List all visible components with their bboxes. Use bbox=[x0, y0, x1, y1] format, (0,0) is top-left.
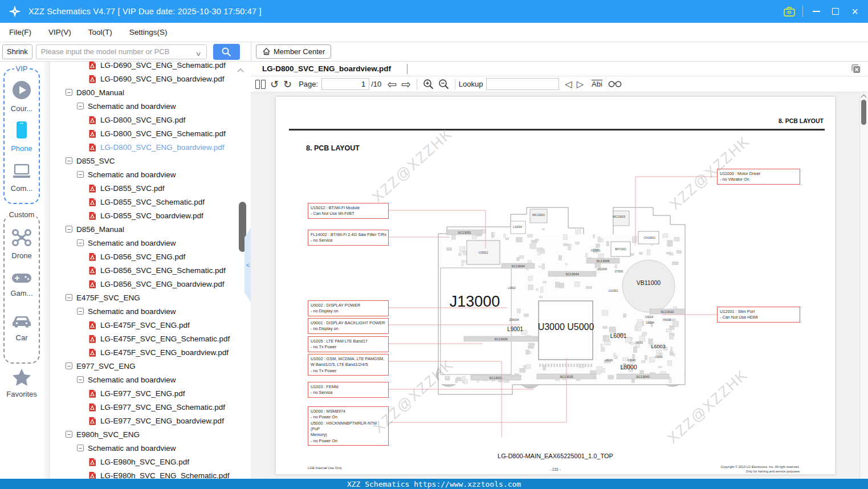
tree-file-row[interactable]: LG-E977_SVC_ENG.pdf bbox=[50, 386, 251, 400]
tree-file-row[interactable]: LG-E980h_SVC_ENG.pdf bbox=[50, 455, 251, 468]
collapse-minus-icon[interactable]: − bbox=[66, 431, 72, 438]
tree-item-label: LG-D800_SVC_ENG_boardview.pdf bbox=[100, 143, 225, 152]
page-number-input[interactable] bbox=[321, 78, 369, 90]
tree-file-row[interactable]: LG-E977_SVC_ENG_boardview.pdf bbox=[50, 414, 251, 427]
tab-active-document[interactable]: LG-D800_SVC_ENG_boardview.pdf bbox=[262, 62, 399, 76]
sidebar-item-cour[interactable]: Cour... bbox=[5, 80, 39, 113]
find-previous-icon[interactable]: ◁ bbox=[565, 79, 572, 89]
shrink-button[interactable]: Shrink bbox=[2, 44, 32, 59]
pdf-file-icon bbox=[88, 389, 96, 398]
file-tree-panel: LG-D690_SVC_ENG_Schematic.pdfLG-D690_SVC… bbox=[50, 62, 251, 479]
tree-folder-row[interactable]: −D855_SVC bbox=[50, 154, 251, 168]
sidebar-item-gam[interactable]: Gam... bbox=[5, 271, 39, 298]
lookup-input[interactable] bbox=[486, 78, 559, 90]
viewer-scrollbar[interactable] bbox=[859, 92, 868, 479]
model-search-input[interactable] bbox=[36, 44, 207, 59]
close-button[interactable]: × bbox=[845, 0, 865, 23]
tree-item-label: LG-E977_SVC_ENG_boardview.pdf bbox=[100, 417, 224, 425]
pdf-file-icon bbox=[88, 211, 96, 220]
collapse-minus-icon[interactable]: − bbox=[77, 445, 84, 451]
menu-item-settingss[interactable]: Settings(S) bbox=[129, 28, 168, 36]
collapse-minus-icon[interactable]: − bbox=[77, 376, 84, 383]
tree-folder-row[interactable]: −E475F_SVC_ENG bbox=[50, 291, 251, 304]
menu-item-vipv[interactable]: VIP(V) bbox=[48, 28, 71, 36]
collapse-minus-icon[interactable]: − bbox=[66, 294, 72, 301]
tree-file-row[interactable]: LG-D856_SVC_ENG_boardview.pdf bbox=[50, 277, 251, 291]
member-center-button[interactable]: Member Center bbox=[256, 44, 331, 59]
zoom-out-icon[interactable] bbox=[438, 79, 449, 89]
pdf-file-icon bbox=[88, 280, 96, 288]
match-case-icon[interactable]: Abi bbox=[592, 80, 602, 88]
tree-folder-row[interactable]: −Schematic and boardview bbox=[50, 304, 251, 318]
viewer-scroll-up-icon[interactable] bbox=[861, 95, 867, 100]
find-next-icon[interactable]: ▷ bbox=[577, 79, 584, 89]
pdf-viewer[interactable]: SC13051SC13004SC13044SC13005SC13009SC130… bbox=[251, 92, 868, 479]
sidebar-item-phone[interactable]: Phone bbox=[5, 120, 39, 153]
tree-folder-row[interactable]: −D856_Manual bbox=[50, 222, 251, 236]
tree-file-row[interactable]: LG-E977_SVC_ENG_Schematic.pdf bbox=[50, 400, 251, 414]
tree-file-row[interactable]: LG-D856_SVC_ENG.pdf bbox=[50, 250, 251, 263]
vip-group: VIP Cour...PhoneCom... bbox=[3, 68, 40, 204]
tree-item-label: LG-D800_SVC_ENG_Schematic.pdf bbox=[100, 129, 226, 138]
tree-file-row[interactable]: LG-D800_SVC_ENG_Schematic.pdf bbox=[50, 127, 251, 140]
collapse-minus-icon[interactable]: − bbox=[77, 171, 84, 178]
member-center-label: Member Center bbox=[274, 47, 325, 56]
reading-glasses-icon[interactable] bbox=[608, 80, 622, 88]
search-button[interactable] bbox=[213, 44, 240, 60]
tree-file-row[interactable]: LG-D690_SVC_ENG_boardview.pdf bbox=[50, 72, 251, 85]
tree-folder-row[interactable]: −D800_Manual bbox=[50, 85, 251, 99]
status-bar: XZZ Schematics https://www.xzztools.com bbox=[0, 479, 868, 489]
tree-file-row[interactable]: LG-D855_SVC.pdf bbox=[50, 181, 251, 195]
collapse-minus-icon[interactable]: − bbox=[77, 308, 84, 315]
tree-file-row[interactable]: LG-E475F_SVC_ENG_Schematic.pdf bbox=[50, 332, 251, 345]
tree-folder-row[interactable]: −Schematic and boardview bbox=[50, 441, 251, 455]
collapse-minus-icon[interactable]: − bbox=[77, 103, 84, 109]
maximize-button[interactable] bbox=[826, 0, 845, 23]
sidebar-item-label: Favorites bbox=[6, 390, 36, 398]
two-page-view-icon[interactable] bbox=[255, 80, 266, 89]
tree-folder-row[interactable]: −E977_SVC_ENG bbox=[50, 359, 251, 373]
tree-item-label: Schematic and boardview bbox=[88, 376, 176, 384]
rotate-right-icon[interactable]: ↻ bbox=[283, 78, 292, 91]
tree-folder-row[interactable]: −Schematic and boardview bbox=[50, 168, 251, 181]
sidebar-item-drone[interactable]: Drone bbox=[5, 228, 39, 260]
tree-item-label: LG-E977_SVC_ENG_Schematic.pdf bbox=[100, 403, 225, 411]
custom-group-label: Custom bbox=[7, 210, 36, 219]
license-briefcase-icon[interactable] bbox=[780, 0, 799, 23]
sidebar-item-car[interactable]: Car bbox=[5, 313, 39, 342]
collapse-minus-icon[interactable]: − bbox=[66, 89, 72, 96]
tree-file-row[interactable]: LG-D855_SVC_Schematic.pdf bbox=[50, 195, 251, 209]
phone-icon bbox=[13, 120, 31, 142]
menu-item-filef[interactable]: File(F) bbox=[9, 28, 31, 36]
sidebar-item-com[interactable]: Com... bbox=[5, 162, 39, 193]
close-tab-icon[interactable] bbox=[850, 63, 861, 76]
tree-file-row[interactable]: LG-D800_SVC_ENG_boardview.pdf bbox=[50, 140, 251, 154]
document-panel: LG-D800_SVC_ENG_boardview.pdf ↺ ↻ Page: … bbox=[251, 62, 868, 479]
tree-file-row[interactable]: LG-E475F_SVC_ENG_boardview.pdf bbox=[50, 345, 251, 359]
collapse-minus-icon[interactable]: − bbox=[66, 157, 72, 164]
search-dropdown-chevron-icon[interactable]: ∨ bbox=[195, 50, 201, 58]
tree-file-row[interactable]: LG-D800_SVC_ENG.pdf bbox=[50, 113, 251, 127]
next-page-icon[interactable]: ⇨ bbox=[401, 78, 411, 91]
tree-file-row[interactable]: LG-D855_SVC_boardview.pdf bbox=[50, 209, 251, 222]
tree-file-row[interactable]: LG-D690_SVC_ENG_Schematic.pdf bbox=[50, 62, 251, 72]
collapse-minus-icon[interactable]: − bbox=[77, 239, 84, 246]
previous-page-icon[interactable]: ⇦ bbox=[387, 78, 397, 91]
tree-folder-row[interactable]: −Schematic and boardview bbox=[50, 99, 251, 113]
collapse-minus-icon[interactable]: − bbox=[66, 226, 72, 233]
rotate-left-icon[interactable]: ↺ bbox=[270, 78, 279, 91]
tree-folder-row[interactable]: −E980h_SVC_ENG bbox=[50, 427, 251, 441]
tree-folder-row[interactable]: −Schematic and boardview bbox=[50, 236, 251, 250]
minimize-button[interactable] bbox=[806, 0, 826, 23]
sidebar-item-favorites[interactable]: Favorites bbox=[0, 368, 43, 398]
zoom-in-icon[interactable] bbox=[423, 79, 434, 89]
play-icon bbox=[11, 80, 32, 103]
menu-item-toolt[interactable]: Tool(T) bbox=[88, 28, 112, 36]
tree-file-row[interactable]: LG-E475F_SVC_ENG.pdf bbox=[50, 318, 251, 332]
tree-folder-row[interactable]: −Schematic and boardview bbox=[50, 373, 251, 386]
tree-file-row[interactable]: LG-E980h_SVC_ENG_Schematic.pdf bbox=[50, 468, 251, 479]
svg-text:ZD6004: ZD6004 bbox=[509, 319, 519, 321]
collapse-minus-icon[interactable]: − bbox=[66, 362, 72, 369]
viewer-scrollbar-thumb[interactable] bbox=[861, 100, 866, 125]
tree-file-row[interactable]: LG-D856_SVC_ENG_Schematic.pdf bbox=[50, 263, 251, 277]
